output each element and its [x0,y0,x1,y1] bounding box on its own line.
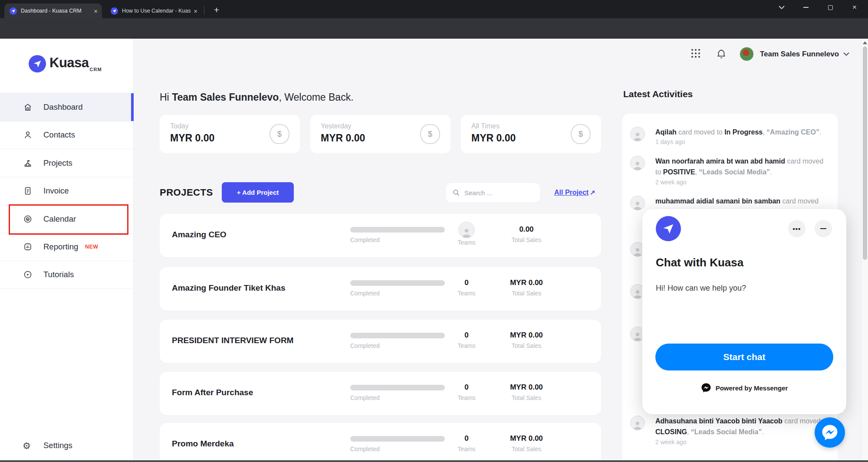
progress-bar [350,280,445,286]
apps-grid-icon[interactable] [691,49,700,58]
project-search[interactable] [446,183,540,202]
sidebar-item-label: Invoice [43,186,69,196]
scroll-up-arrow-icon[interactable] [863,41,867,44]
teams-count: 0 [454,279,480,287]
sidebar-item-contacts[interactable]: Contacts [0,121,134,149]
teams-label: Teams [454,446,480,452]
project-name: PRESIDENT INTERVIEW FORM [172,336,293,345]
kuasa-chat-logo-icon [656,216,681,241]
activity-time: 2 week ago [655,439,687,446]
chat-more-button[interactable]: ••• [788,220,806,237]
project-row[interactable]: Amazing Founder Tiket Khas Completed 0 T… [160,267,601,311]
crm-page: Kuasa CRM Dashboard Contacts Projects [0,39,868,462]
reporting-icon [23,242,33,252]
user-menu[interactable]: Team Sales Funnelevo [740,47,849,61]
invoice-icon [23,186,33,196]
messenger-icon [701,383,711,393]
teams-label: Teams [454,239,480,246]
total-sales-value: MYR 0.00 [503,331,550,340]
dollar-icon: $ [571,124,591,144]
total-sales-column: MYR 0.00 Total Sales [503,267,550,297]
progress-bar [350,385,445,390]
total-sales-label: Total Sales [503,446,550,452]
total-sales-label: Total Sales [503,236,550,243]
kuasa-logo[interactable]: Kuasa CRM [29,55,102,72]
window-minimize-button[interactable] [796,0,816,15]
search-input[interactable] [464,189,529,197]
stat-value: MYR 0.00 [471,132,516,144]
total-sales-label: Total Sales [503,394,550,401]
browser-tab-bar: Dashboard - Kuasa CRM × How to Use Calen… [0,0,868,18]
sidebar-item-label: Reporting [43,242,78,252]
window-menu-chevron-icon[interactable] [772,0,792,15]
project-row[interactable]: Amazing CEO Completed Teams 0.00 Total S… [160,214,601,257]
chat-message: Hi! How can we help you? [656,284,746,293]
logo-subtext: CRM [90,67,102,72]
activity-avatar-icon [630,196,645,210]
progress-label: Completed [350,342,380,349]
messenger-chat-bubble[interactable] [815,417,845,448]
page-scrollbar[interactable] [861,39,868,462]
dollar-icon: $ [420,124,440,144]
tab-close-icon[interactable]: × [194,7,197,15]
project-row[interactable]: Promo Merdeka Completed 0 Teams MYR 0.00… [160,423,601,462]
chat-minimize-button[interactable] [815,220,832,237]
activity-time: 1 days ago [655,138,685,145]
sidebar-item-invoice[interactable]: Invoice [0,177,134,205]
sidebar-item-label: Tutorials [43,270,74,279]
scrollbar-thumb[interactable] [863,46,867,260]
tab-calendar-doc[interactable]: How to Use Calendar - Kuasa Do × [105,3,202,18]
total-sales-value: MYR 0.00 [503,383,550,392]
sidebar-item-label: Settings [43,441,72,450]
kuasa-favicon-icon [111,7,118,15]
activity-avatar-icon [630,416,645,430]
progress-bar [350,436,445,442]
teams-column: Teams [454,214,480,246]
sidebar-item-settings[interactable]: ⚙ Settings [0,435,134,456]
teams-column: 0 Teams [454,320,480,349]
dollar-icon: $ [270,124,289,144]
projects-section-title: PROJECTS [160,187,213,198]
kuasa-logo-icon [29,55,46,72]
projects-icon [23,158,33,168]
sidebar: Kuasa CRM Dashboard Contacts Projects [0,39,134,462]
powered-by-row: Powered by Messenger [642,383,846,393]
messenger-icon [821,424,838,441]
progress-label: Completed [350,236,380,243]
total-sales-column: MYR 0.00 Total Sales [503,372,550,401]
project-row[interactable]: PRESIDENT INTERVIEW FORM Completed 0 Tea… [160,320,601,363]
notifications-bell-icon[interactable] [716,48,727,60]
add-project-button[interactable]: + Add Project [222,182,294,203]
teams-column: 0 Teams [454,267,480,297]
greeting-user-name: Team Sales Funnelevo [172,92,279,103]
activity-avatar-icon [630,156,645,170]
user-avatar [740,47,754,61]
teams-label: Teams [454,342,480,349]
stat-card-all-times: All Times MYR 0.00 $ [461,115,601,153]
sidebar-item-dashboard[interactable]: Dashboard [0,93,134,121]
latest-activities-title: Latest Activities [623,89,693,99]
tab-separator [204,6,204,15]
teams-column: 0 Teams [454,372,480,401]
all-project-link[interactable]: All Project↗ [554,189,595,197]
stat-card-today: Today MYR 0.00 $ [160,115,300,153]
tab-title: Dashboard - Kuasa CRM [21,8,91,14]
window-close-button[interactable]: × [845,0,865,15]
stat-value: MYR 0.00 [170,132,214,144]
tab-dashboard[interactable]: Dashboard - Kuasa CRM × [4,3,102,18]
window-restore-button[interactable] [820,0,840,15]
sidebar-item-tutorials[interactable]: Tutorials [0,261,134,289]
new-badge: NEW [85,244,99,250]
sidebar-item-reporting[interactable]: Reporting NEW [0,233,134,261]
start-chat-button[interactable]: Start chat [655,344,833,370]
total-sales-column: 0.00 Total Sales [503,214,550,243]
progress-bar [350,333,445,338]
kuasa-favicon-icon [10,7,17,15]
project-row[interactable]: Form After Purchase Completed 0 Teams MY… [160,372,601,415]
total-sales-value: 0.00 [503,225,550,234]
sidebar-item-projects[interactable]: Projects [0,149,134,177]
tab-close-icon[interactable]: × [94,7,98,15]
new-tab-button[interactable]: + [210,3,223,16]
sidebar-nav: Dashboard Contacts Projects Invoice [0,93,134,289]
chat-widget: ••• Chat with Kuasa Hi! How can we help … [642,209,846,414]
